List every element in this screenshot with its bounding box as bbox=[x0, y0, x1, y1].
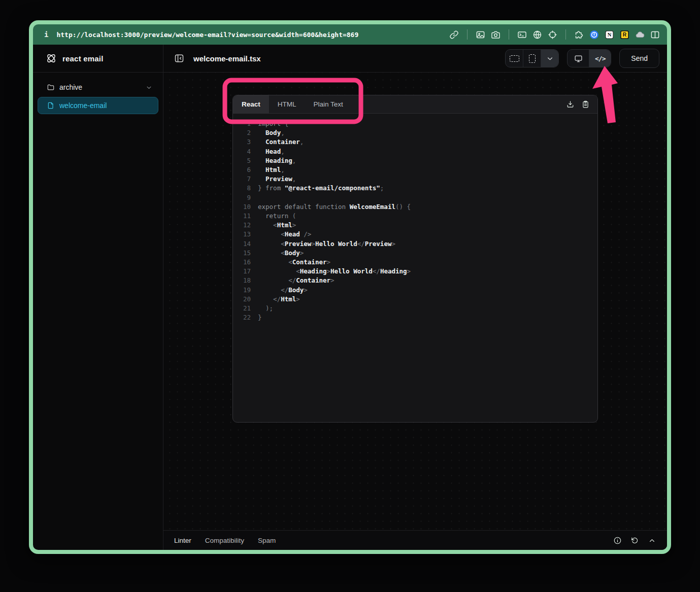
line-number: 10 bbox=[238, 202, 251, 212]
line-number: 5 bbox=[238, 156, 251, 165]
line-content: } bbox=[258, 313, 262, 322]
chevron-down-icon[interactable] bbox=[145, 84, 153, 91]
desktop-preview-button[interactable] bbox=[568, 50, 589, 67]
sidebar-item-welcome-email[interactable]: welcome-email bbox=[38, 97, 158, 114]
line-content: return ( bbox=[258, 212, 296, 221]
sidebar-brand: react email bbox=[33, 45, 163, 73]
line-number: 4 bbox=[238, 147, 251, 156]
react-email-logo bbox=[46, 53, 57, 64]
tab-react[interactable]: React bbox=[233, 95, 269, 113]
cloud-icon[interactable] bbox=[635, 30, 645, 40]
line-content: Preview, bbox=[258, 175, 296, 184]
send-button[interactable]: Send bbox=[619, 49, 659, 68]
folder-icon bbox=[47, 83, 55, 91]
code-line: 5 Heading, bbox=[238, 156, 597, 165]
svg-text:R: R bbox=[623, 32, 627, 38]
code-actions bbox=[566, 95, 597, 113]
code-line: 6 Html, bbox=[238, 165, 597, 175]
line-content: </Html> bbox=[258, 295, 300, 304]
source-code-button[interactable]: </> bbox=[589, 50, 611, 67]
sidebar-item-archive[interactable]: archive bbox=[38, 79, 158, 95]
code-line: 8} from "@react-email/components"; bbox=[238, 184, 597, 193]
code-line: 21 ); bbox=[238, 304, 597, 313]
main-header: welcome-email.tsx </> Send bbox=[163, 45, 667, 73]
code-line: 12 <Html> bbox=[238, 221, 597, 230]
tab-html[interactable]: HTML bbox=[269, 95, 305, 113]
line-content: Heading, bbox=[258, 156, 296, 165]
line-number: 19 bbox=[238, 286, 251, 295]
download-icon[interactable] bbox=[566, 100, 575, 109]
tab-plain-text[interactable]: Plain Text bbox=[305, 95, 352, 113]
split-view-icon[interactable] bbox=[650, 30, 660, 40]
line-content: <Container> bbox=[258, 258, 330, 267]
link-icon[interactable] bbox=[449, 30, 459, 40]
bottom-tab-spam[interactable]: Spam bbox=[258, 537, 276, 544]
line-content: </Container> bbox=[258, 276, 335, 285]
line-content: <Heading>Hello World</Heading> bbox=[258, 267, 411, 276]
line-number: 7 bbox=[238, 175, 251, 184]
url-info-glyph: i bbox=[44, 30, 48, 39]
camera-icon[interactable] bbox=[491, 30, 501, 40]
reset-icon[interactable] bbox=[630, 536, 639, 545]
address-bar[interactable]: http://localhost:3000/preview/welcome-em… bbox=[56, 31, 358, 39]
line-content: <Preview>Hello World</Preview> bbox=[258, 239, 395, 249]
line-content: import { bbox=[258, 119, 288, 128]
bottom-bar-icons bbox=[613, 536, 656, 545]
source-code-icon: </> bbox=[595, 55, 605, 62]
line-number: 17 bbox=[238, 267, 251, 276]
browser-window: i http://localhost:3000/preview/welcome-… bbox=[29, 20, 671, 554]
sidebar-collapse-icon[interactable] bbox=[173, 52, 186, 65]
code-line: 2 Body, bbox=[238, 128, 597, 137]
code-line: 14 <Preview>Hello World</Preview> bbox=[238, 239, 597, 249]
code-line: 18 </Container> bbox=[238, 276, 597, 285]
toolbar-divider bbox=[565, 29, 566, 40]
bottom-tab-compatibility[interactable]: Compatibility bbox=[205, 537, 244, 544]
code-line: 15 <Body> bbox=[238, 249, 597, 258]
page-title: welcome-email.tsx bbox=[193, 54, 261, 63]
line-content: Html, bbox=[258, 165, 285, 175]
line-number: 21 bbox=[238, 304, 251, 313]
globe-icon[interactable] bbox=[532, 30, 542, 40]
line-content: <Head /> bbox=[258, 230, 311, 239]
line-content: export default function WelcomeEmail() { bbox=[258, 202, 411, 212]
line-number: 20 bbox=[238, 295, 251, 304]
terminal-icon[interactable] bbox=[517, 30, 527, 40]
line-content: <Body> bbox=[258, 249, 304, 258]
extensions-icon[interactable] bbox=[574, 30, 584, 40]
main-panel: welcome-email.tsx </> Send bbox=[163, 45, 667, 550]
r-extension-icon[interactable]: R bbox=[620, 30, 629, 40]
code-line: 22} bbox=[238, 313, 597, 322]
line-number: 8 bbox=[238, 184, 251, 193]
code-line: 1import { bbox=[238, 119, 597, 128]
line-content: <Html> bbox=[258, 221, 296, 230]
line-number: 18 bbox=[238, 276, 251, 285]
bottom-tab-linter[interactable]: Linter bbox=[174, 537, 191, 544]
line-number: 9 bbox=[238, 193, 251, 202]
sidebar: react email archivewelcome-email bbox=[33, 45, 163, 550]
notion-icon[interactable]: N bbox=[605, 30, 614, 40]
sidebar-list: archivewelcome-email bbox=[33, 73, 163, 116]
code-line: 10export default function WelcomeEmail()… bbox=[238, 202, 597, 212]
code-line: 19 </Body> bbox=[238, 286, 597, 295]
viewport-portrait-icon bbox=[529, 54, 536, 63]
viewport-portrait-button[interactable] bbox=[523, 50, 541, 67]
line-number: 15 bbox=[238, 249, 251, 258]
collapse-up-icon[interactable] bbox=[648, 536, 656, 545]
code-line: 17 <Heading>Hello World</Heading> bbox=[238, 267, 597, 276]
viewport-landscape-button[interactable] bbox=[506, 50, 523, 67]
copy-icon[interactable] bbox=[581, 100, 590, 109]
code-panel: ReactHTMLPlain Text 1import {2 Body,3 Co… bbox=[232, 95, 598, 423]
viewport-size-group bbox=[505, 49, 559, 67]
viewport-dropdown-button[interactable] bbox=[541, 50, 558, 67]
line-number: 2 bbox=[238, 128, 251, 137]
svg-text:N: N bbox=[608, 31, 612, 38]
onepassword-icon[interactable] bbox=[589, 30, 599, 40]
toolbar-divider bbox=[467, 29, 468, 40]
bottom-bar-items: LinterCompatibilitySpam bbox=[174, 537, 289, 544]
screenshot-icon[interactable] bbox=[476, 30, 485, 40]
line-content: } from "@react-email/components"; bbox=[258, 184, 384, 193]
info-icon[interactable] bbox=[613, 536, 622, 545]
crosshair-icon[interactable] bbox=[548, 30, 557, 40]
code-line: 4 Head, bbox=[238, 147, 597, 156]
line-content: </Body> bbox=[258, 286, 308, 295]
